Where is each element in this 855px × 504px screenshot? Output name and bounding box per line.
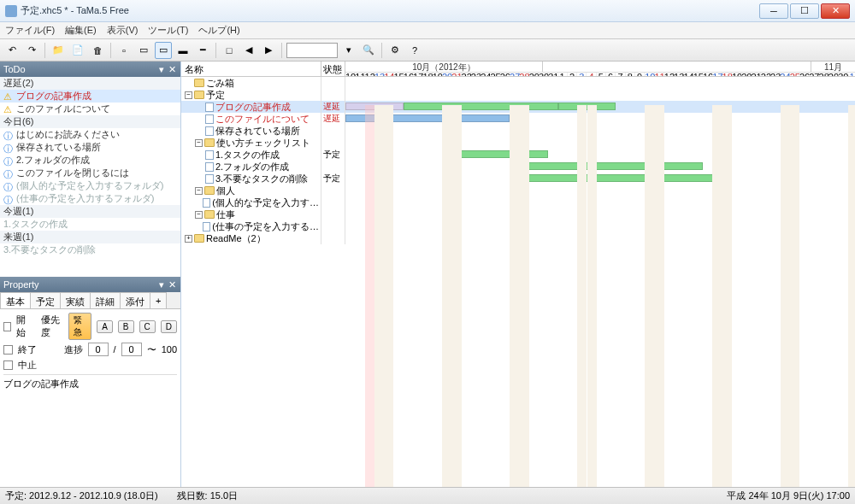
calendar-day[interactable]: 11木 [355, 73, 364, 76]
menu-item[interactable]: 表示(V) [107, 24, 139, 37]
col-header-name[interactable]: 名称 [181, 62, 321, 76]
gantt-row[interactable]: ごみ箱 [181, 77, 855, 89]
priority-b-button[interactable]: B [118, 320, 134, 333]
row-name-cell[interactable]: ごみ箱 [181, 77, 321, 89]
view-year-button[interactable]: ━ [194, 42, 211, 59]
calendar-day[interactable]: 1土 [847, 73, 855, 76]
property-tab[interactable]: 添付 [120, 292, 150, 308]
calendar-day[interactable]: 14日 [384, 73, 393, 76]
view-quarter-button[interactable]: ▬ [174, 42, 192, 59]
calendar-day[interactable]: 24水 [481, 73, 490, 76]
todo-item[interactable]: 遅延(2) [0, 77, 180, 90]
calendar-day[interactable]: 14水 [683, 73, 693, 76]
calendar-day[interactable]: 3土 [577, 73, 587, 76]
new-folder-button[interactable]: 📁 [50, 42, 67, 59]
next-button[interactable]: ▶ [260, 42, 277, 59]
calendar-day[interactable]: 10土 [645, 73, 654, 76]
calendar-day[interactable]: 23火 [471, 73, 481, 76]
todo-item[interactable]: ⓘこのファイルを閉じるには [0, 167, 180, 179]
todo-item[interactable]: ⓘはじめにお読みください [0, 128, 180, 141]
view-week-button[interactable]: ▭ [135, 42, 152, 59]
todo-item[interactable]: ⓘ保存されている場所 [0, 141, 180, 154]
todo-item[interactable]: 今週(1) [0, 205, 180, 218]
priority-a-button[interactable]: A [97, 320, 113, 333]
calendar-day[interactable]: 8木 [626, 73, 635, 76]
calendar-day[interactable]: 19金 [433, 73, 442, 76]
todo-item[interactable]: ⚠ブログの記事作成 [0, 90, 180, 103]
calendar-day[interactable]: 18日 [722, 73, 732, 76]
row-name-cell[interactable]: (仕事の予定を入力する… [181, 220, 321, 232]
todo-item[interactable]: ⚠このファイルについて [0, 103, 180, 115]
calendar-day[interactable]: 17土 [712, 73, 722, 76]
calendar-day[interactable]: 22木 [761, 73, 770, 76]
calendar-day[interactable]: 23金 [770, 73, 780, 76]
calendar-day[interactable]: 30金 [838, 73, 847, 76]
priority-d-button[interactable]: D [161, 320, 177, 333]
calendar-day[interactable]: 21日 [451, 73, 461, 76]
help-icon[interactable]: ? [406, 42, 423, 59]
row-name-cell[interactable]: 保存されている場所 [181, 125, 321, 137]
view-month-button[interactable]: ▭ [155, 42, 172, 59]
calendar-day[interactable]: 26金 [500, 73, 510, 76]
minimize-button[interactable]: ─ [759, 3, 788, 19]
calendar-day[interactable]: 1木 [558, 73, 568, 76]
calendar-day[interactable]: 15月 [393, 73, 403, 76]
calendar-day[interactable]: 10水 [345, 73, 355, 76]
calendar-day[interactable]: 18木 [422, 73, 432, 76]
property-tab[interactable]: 詳細 [90, 292, 121, 308]
end-checkbox[interactable] [3, 345, 13, 355]
calendar-day[interactable]: 27土 [510, 73, 519, 76]
calendar-day[interactable]: 24土 [780, 73, 789, 76]
new-task-button[interactable]: 📄 [69, 42, 86, 59]
calendar-day[interactable]: 11日 [655, 73, 664, 76]
start-checkbox[interactable] [3, 322, 11, 331]
calendar-day[interactable]: 22月 [462, 73, 471, 76]
calendar-day[interactable]: 29木 [828, 73, 838, 76]
prev-button[interactable]: ◀ [240, 42, 257, 59]
calendar-day[interactable]: 2金 [568, 73, 577, 76]
col-header-status[interactable]: 状態 [321, 62, 345, 76]
menu-item[interactable]: ツール(T) [148, 24, 188, 37]
calendar-day[interactable]: 6火 [606, 73, 616, 76]
row-name-cell[interactable]: −予定 [181, 89, 321, 101]
progress-b-input[interactable] [121, 343, 142, 356]
calendar-day[interactable]: 16火 [404, 73, 413, 76]
search-icon[interactable]: 🔍 [360, 42, 377, 59]
close-button[interactable]: ✕ [821, 3, 850, 19]
todo-item[interactable]: ⓘ(仕事の予定を入力するフォルダ) [0, 192, 180, 205]
row-name-cell[interactable]: +ReadMe（2） [181, 232, 321, 244]
row-name-cell[interactable]: −個人 [181, 185, 321, 196]
property-tab[interactable]: + [150, 292, 167, 308]
row-name-cell[interactable]: 2.フォルダの作成 [181, 161, 321, 173]
row-name-cell[interactable]: このファイルについて [181, 113, 321, 125]
expand-icon[interactable]: − [195, 187, 203, 195]
redo-button[interactable]: ↷ [23, 42, 40, 59]
expand-icon[interactable]: + [185, 235, 192, 243]
panel-close-icon[interactable]: ✕ [167, 279, 177, 290]
todo-item[interactable]: 来週(1) [0, 231, 180, 243]
stop-checkbox[interactable] [3, 360, 13, 370]
calendar-day[interactable]: 12月 [664, 73, 674, 76]
property-tab[interactable]: 予定 [30, 292, 61, 308]
menu-item[interactable]: ヘルプ(H) [198, 24, 239, 37]
calendar-day[interactable]: 19月 [732, 73, 741, 76]
calendar-day[interactable]: 7水 [616, 73, 625, 76]
calendar-day[interactable]: 29月 [529, 73, 539, 76]
calendar-day[interactable]: 20火 [741, 73, 751, 76]
calendar-day[interactable]: 15木 [693, 73, 703, 76]
expand-icon[interactable]: − [195, 139, 203, 147]
settings-icon[interactable]: ⚙ [386, 42, 404, 59]
urgent-button[interactable]: 緊急 [68, 313, 92, 340]
menu-item[interactable]: ファイル(F) [5, 24, 55, 37]
calendar-day[interactable]: 28日 [519, 73, 528, 76]
row-name-cell[interactable]: −仕事 [181, 208, 321, 220]
calendar-day[interactable]: 20土 [442, 73, 451, 76]
panel-close-icon[interactable]: ✕ [167, 64, 177, 74]
delete-button[interactable]: 🗑 [89, 42, 106, 59]
calendar-day[interactable]: 27火 [809, 73, 818, 76]
row-name-cell[interactable]: ブログの記事作成 [181, 101, 321, 113]
filter-combo[interactable] [286, 43, 338, 58]
calendar-day[interactable]: 26月 [799, 73, 809, 76]
calendar-day[interactable]: 31水 [548, 73, 557, 76]
panel-collapse-icon[interactable]: ▾ [156, 64, 167, 74]
